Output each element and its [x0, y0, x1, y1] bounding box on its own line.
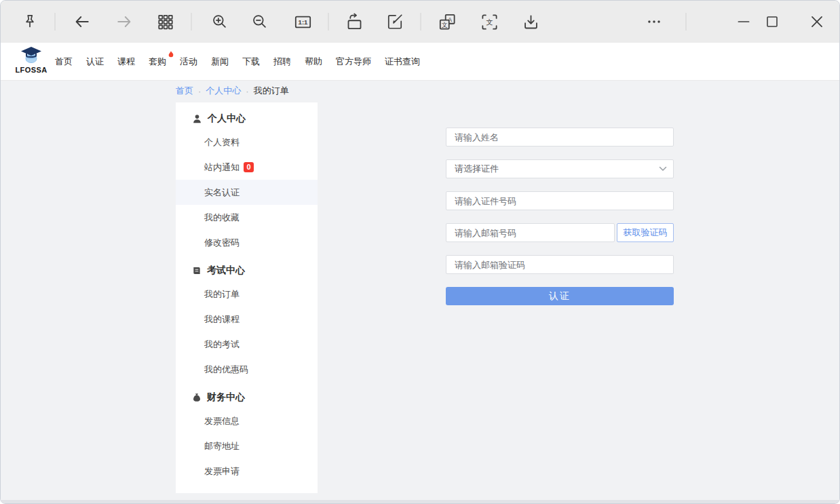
email-code-field-row — [446, 255, 674, 274]
toolbar-separator — [421, 13, 421, 31]
sidebar-item-profile[interactable]: 个人资料 — [176, 130, 318, 155]
nav-item-help[interactable]: 帮助 — [298, 56, 329, 68]
browser-toolbar: 1:1 A 文 文 — [1, 1, 839, 43]
rotate-icon[interactable] — [342, 9, 366, 34]
zoom-in-icon[interactable] — [208, 9, 232, 34]
graduation-cap-icon — [20, 46, 43, 64]
svg-text:文: 文 — [441, 21, 447, 28]
edit-icon[interactable] — [383, 9, 407, 34]
email-input[interactable] — [446, 223, 615, 242]
close-button[interactable] — [805, 9, 829, 34]
money-bag-icon — [192, 393, 202, 402]
nav-menu: 首页 认证 课程 套购 活动 新闻 下载 招聘 帮助 官方导师 证书查询 — [48, 43, 427, 81]
apps-grid-icon[interactable] — [153, 9, 178, 34]
nav-item-recruitment[interactable]: 招聘 — [267, 56, 298, 68]
breadcrumb-personal-center-link[interactable]: 个人中心 — [206, 85, 241, 97]
nav-item-certificate-lookup[interactable]: 证书查询 — [378, 56, 427, 68]
maximize-button[interactable] — [760, 9, 784, 34]
toolbar-separator — [328, 13, 329, 31]
authenticate-submit-button[interactable]: 认证 — [446, 287, 674, 305]
zoom-out-icon[interactable] — [248, 9, 272, 34]
ocr-capture-icon[interactable]: 文 — [477, 9, 501, 34]
page-background — [1, 81, 839, 503]
translate-icon[interactable]: A 文 — [435, 9, 459, 34]
breadcrumb-separator: · — [198, 86, 201, 96]
id-type-select-value: 请选择证件 — [455, 163, 499, 175]
nav-item-activities[interactable]: 活动 — [173, 56, 204, 68]
name-input[interactable] — [446, 128, 674, 147]
realname-auth-form: 请选择证件 获取验证码 认证 — [446, 128, 674, 305]
breadcrumb-separator: · — [246, 86, 248, 96]
svg-text:1:1: 1:1 — [298, 18, 307, 26]
get-verification-code-button[interactable]: 获取验证码 — [617, 223, 674, 242]
site-nav-bar: LFOSSA 首页 认证 课程 套购 活动 新闻 下载 招聘 帮助 官方导师 证… — [1, 43, 839, 81]
nav-item-news[interactable]: 新闻 — [204, 56, 235, 68]
sidebar-header-finance-center: 财务中心 — [176, 388, 318, 407]
email-code-input[interactable] — [446, 255, 674, 274]
sidebar-header-exam-center: 考试中心 — [176, 261, 318, 280]
sidebar-item-notifications[interactable]: 站内通知 0 — [176, 155, 318, 180]
logo-text: LFOSSA — [12, 66, 51, 74]
sidebar-item-change-password[interactable]: 修改密码 — [176, 230, 318, 255]
nav-item-certification[interactable]: 认证 — [79, 56, 111, 68]
sidebar-item-mailing-address[interactable]: 邮寄地址 — [176, 433, 318, 459]
nav-item-official-mentors[interactable]: 官方导师 — [329, 56, 378, 68]
breadcrumb-home-link[interactable]: 首页 — [176, 85, 193, 97]
sidebar-item-my-courses[interactable]: 我的课程 — [176, 307, 318, 332]
sidebar-section-personal: 个人中心 个人资料 站内通知 0 实名认证 我的收藏 修改密码 — [176, 109, 318, 255]
pin-icon[interactable] — [18, 9, 42, 34]
svg-text:文: 文 — [486, 18, 493, 26]
toolbar-separator — [191, 13, 192, 31]
window-bottom-edge — [1, 500, 839, 503]
id-type-field-row: 请选择证件 — [446, 159, 674, 178]
sidebar-item-invoice-info[interactable]: 发票信息 — [176, 408, 318, 433]
notification-count-badge: 0 — [244, 162, 254, 172]
nav-item-home[interactable]: 首页 — [48, 56, 79, 68]
minimize-button[interactable] — [731, 9, 756, 34]
nav-item-bundles[interactable]: 套购 — [142, 56, 173, 68]
browser-window: 1:1 A 文 文 — [0, 0, 840, 504]
breadcrumb-current-page: 我的订单 — [254, 85, 289, 97]
chevron-down-icon — [659, 166, 667, 172]
back-icon[interactable] — [70, 9, 94, 34]
sidebar-item-my-coupons[interactable]: 我的优惠码 — [176, 357, 318, 382]
forward-icon[interactable] — [112, 9, 136, 34]
sidebar-section-exam: 考试中心 我的订单 我的课程 我的考试 我的优惠码 — [176, 261, 318, 382]
user-icon — [192, 114, 202, 124]
id-number-field-row — [446, 191, 674, 210]
more-options-icon[interactable] — [642, 9, 666, 34]
email-field-row: 获取验证码 — [446, 223, 674, 242]
id-type-select[interactable]: 请选择证件 — [446, 159, 674, 178]
name-field-row — [446, 128, 674, 147]
breadcrumb: 首页 · 个人中心 · 我的订单 — [176, 85, 289, 97]
sidebar-item-favorites[interactable]: 我的收藏 — [176, 205, 318, 230]
sidebar-section-finance: 财务中心 发票信息 邮寄地址 发票申请 — [176, 388, 318, 484]
sidebar-item-invoice-request[interactable]: 发票申请 — [176, 459, 318, 484]
id-number-input[interactable] — [446, 191, 674, 210]
lfossa-logo[interactable]: LFOSSA — [12, 46, 51, 74]
sidebar-item-realname-auth[interactable]: 实名认证 — [176, 180, 318, 205]
toolbar-separator — [686, 13, 687, 31]
sidebar-item-my-exams[interactable]: 我的考试 — [176, 332, 318, 357]
nav-item-downloads[interactable]: 下载 — [235, 56, 267, 68]
download-icon[interactable] — [518, 9, 543, 34]
sidebar-header-personal-center: 个人中心 — [176, 109, 318, 128]
exam-book-icon — [192, 266, 202, 275]
actual-size-icon[interactable]: 1:1 — [290, 9, 315, 34]
sidebar: 个人中心 个人资料 站内通知 0 实名认证 我的收藏 修改密码 考试中心 我的订… — [176, 102, 318, 493]
sidebar-item-my-orders[interactable]: 我的订单 — [176, 282, 318, 307]
toolbar-separator — [55, 13, 56, 31]
nav-item-courses[interactable]: 课程 — [111, 56, 142, 68]
